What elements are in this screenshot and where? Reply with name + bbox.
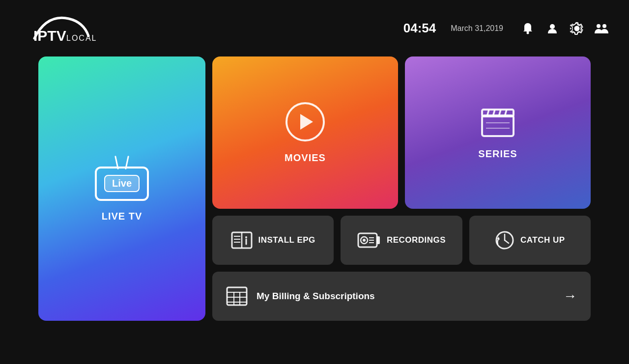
catch-up-card[interactable]: CATCH UP [469, 216, 591, 265]
live-tv-icon: Live [95, 156, 149, 201]
svg-rect-30 [377, 236, 380, 244]
recordings-icon [357, 231, 381, 249]
svg-point-7 [597, 24, 600, 28]
play-triangle [300, 114, 313, 130]
epg-icon [231, 230, 253, 250]
user-profile-button[interactable] [544, 21, 560, 36]
live-tv-label: LIVE TV [102, 211, 143, 222]
clapperboard-icon [480, 106, 515, 138]
movies-card[interactable]: MOVIES [212, 56, 398, 209]
svg-line-33 [505, 240, 509, 243]
logo: IPTV LOCAL [20, 11, 98, 46]
small-cards-row: INSTALL EPG RECORDINGS [212, 216, 591, 265]
svg-text:LOCAL: LOCAL [66, 34, 97, 42]
catchup-icon [495, 230, 515, 250]
notifications-button[interactable] [520, 21, 536, 36]
svg-rect-9 [482, 115, 514, 136]
header: IPTV LOCAL 04:54 March 31,2019 [0, 0, 629, 56]
tv-body: Live [95, 167, 149, 201]
install-epg-label: INSTALL EPG [258, 235, 315, 245]
switch-user-button[interactable] [594, 21, 609, 36]
svg-point-8 [602, 24, 606, 28]
header-icons [520, 21, 609, 36]
series-card[interactable]: SERIES [405, 56, 591, 209]
settings-button[interactable] [569, 21, 585, 36]
clock-display: 04:54 [403, 21, 436, 36]
recordings-card[interactable]: RECORDINGS [341, 216, 462, 265]
live-tv-card[interactable]: Live LIVE TV [38, 56, 205, 321]
movies-label: MOVIES [285, 152, 326, 164]
series-label: SERIES [478, 148, 517, 160]
svg-text:IPTV: IPTV [33, 28, 66, 44]
header-right: 04:54 March 31,2019 [403, 21, 609, 36]
svg-point-22 [245, 236, 247, 238]
play-icon [286, 102, 325, 141]
logo-icon: IPTV LOCAL [20, 11, 98, 46]
main-content: Live LIVE TV MOVIES [0, 56, 629, 321]
billing-arrow-icon: → [563, 288, 577, 304]
main-grid: Live LIVE TV MOVIES [38, 56, 591, 321]
billing-card[interactable]: My Billing & Subscriptions → [212, 272, 591, 321]
svg-point-3 [550, 24, 555, 29]
recordings-label: RECORDINGS [387, 235, 446, 245]
billing-icon [226, 286, 248, 306]
install-epg-card[interactable]: INSTALL EPG [212, 216, 334, 265]
billing-label: My Billing & Subscriptions [257, 291, 375, 302]
catch-up-label: CATCH UP [520, 235, 565, 245]
svg-point-26 [363, 239, 366, 242]
live-badge: Live [104, 175, 140, 192]
date-display: March 31,2019 [451, 24, 503, 33]
